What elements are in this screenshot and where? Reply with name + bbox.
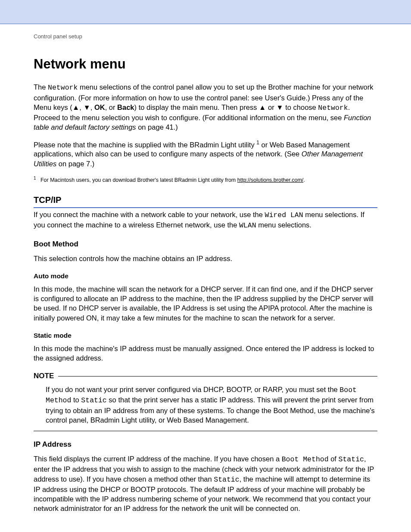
code-wlan: WLAN — [239, 221, 256, 230]
up-arrow-icon: ▲ — [259, 103, 266, 111]
boot-method-desc: This selection controls how the machine … — [34, 254, 377, 263]
intro-paragraph-2: Please note that the machine is supplied… — [34, 139, 377, 168]
down-arrow-icon: ▼ — [276, 103, 283, 111]
subheading-boot-method: Boot Method — [34, 240, 377, 249]
footnote-ref: 1 — [256, 140, 259, 146]
up-arrow-icon: ▲ — [72, 103, 79, 111]
subheading-ip-address: IP Address — [34, 440, 377, 450]
code-static: Static — [81, 396, 106, 404]
ok-key: OK — [94, 103, 105, 111]
note-body: If you do not want your print server con… — [34, 384, 377, 431]
breadcrumb: Control panel setup — [34, 33, 377, 40]
auto-mode-paragraph: In this mode, the machine will scan the … — [34, 284, 377, 323]
footnote-link[interactable]: http://solutions.brother.com/ — [237, 177, 304, 183]
code-network: Network — [48, 84, 78, 92]
code-static: Static — [339, 455, 364, 464]
back-key: Back — [117, 103, 134, 111]
down-arrow-icon: ▼ — [83, 103, 90, 111]
subheading-auto-mode: Auto mode — [34, 272, 377, 281]
note-rule — [58, 376, 377, 376]
note-block: NOTE If you do not want your print serve… — [34, 371, 377, 431]
code-boot-method: Boot Method — [282, 455, 329, 464]
footnote-number: 1 — [34, 176, 36, 180]
section-heading-tcpip: TCP/IP — [34, 194, 377, 208]
subheading-static-mode: Static mode — [34, 331, 377, 340]
footnote: 1 For Macintosh users, you can download … — [34, 175, 377, 184]
code-static: Static — [214, 476, 239, 484]
intro-paragraph-1: The Network menu selections of the contr… — [34, 82, 377, 132]
static-mode-paragraph: In this mode the machine's IP address mu… — [34, 344, 377, 363]
note-label: NOTE — [34, 371, 54, 381]
note-heading: NOTE — [34, 371, 377, 381]
code-network: Network — [318, 104, 348, 112]
code-wired-lan: Wired LAN — [265, 211, 303, 219]
header-band — [0, 0, 411, 24]
ip-address-paragraph: This field displays the current IP addre… — [34, 454, 377, 513]
page-title: Network menu — [34, 55, 377, 73]
page-content: 4 Control panel setup Network menu The N… — [0, 24, 411, 513]
tcpip-paragraph: If you connect the machine with a networ… — [34, 210, 377, 231]
